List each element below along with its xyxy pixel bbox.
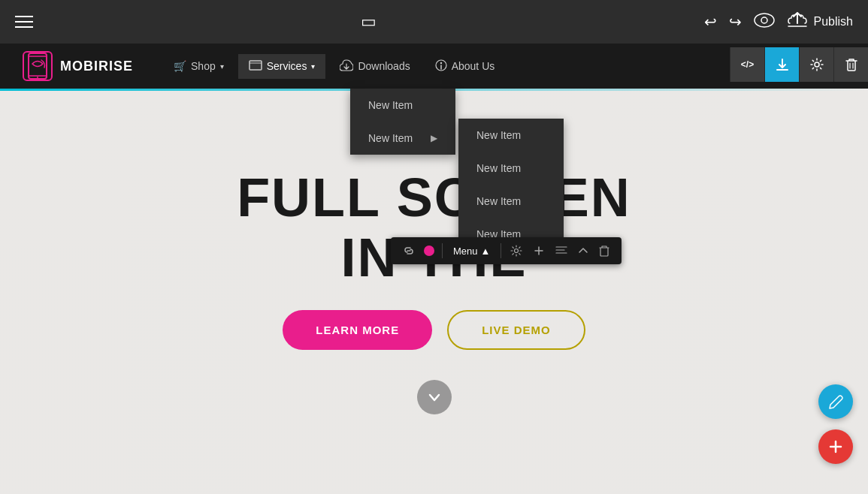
sub-item-3[interactable]: New Item	[458, 185, 564, 218]
toolbar-left	[15, 16, 33, 28]
ft-divider-1	[442, 243, 443, 258]
services-icon	[249, 60, 262, 73]
floating-toolbar: Menu ▲	[391, 237, 622, 264]
ft-add-button[interactable]	[528, 242, 549, 260]
settings-icon-btn[interactable]	[799, 47, 833, 82]
ft-settings-button[interactable]	[506, 242, 527, 260]
svg-rect-6	[250, 61, 262, 70]
submenu-arrow-icon: ▶	[431, 133, 437, 143]
brand-logo	[23, 51, 53, 81]
menu-icon[interactable]	[15, 16, 33, 28]
toolbar-center: ▭	[361, 12, 377, 32]
sub-item-1[interactable]: New Item	[458, 119, 564, 152]
fab-edit-button[interactable]	[818, 384, 853, 419]
nav-about-label: About Us	[452, 60, 495, 72]
services-subdropdown: New Item New Item New Item New Item	[458, 119, 564, 251]
sub-item-1-label: New Item	[476, 129, 521, 141]
svg-point-1	[761, 17, 767, 23]
undo-button[interactable]: ↩	[704, 13, 717, 31]
eye-icon	[754, 13, 775, 32]
nav-item-about[interactable]: About Us	[425, 53, 506, 80]
shop-icon: 🛒	[174, 60, 186, 72]
publish-button[interactable]: Publish	[787, 11, 853, 33]
svg-point-11	[815, 62, 819, 67]
live-demo-button[interactable]: LIVE DEMO	[447, 310, 585, 350]
nav-item-services[interactable]: Services ▾	[238, 54, 326, 79]
nav-item-downloads[interactable]: Downloads	[329, 53, 420, 80]
nav-downloads-label: Downloads	[358, 60, 410, 72]
phone-preview-icon[interactable]: ▭	[361, 12, 377, 32]
download-icon-btn[interactable]	[764, 47, 799, 82]
ft-menu-selector[interactable]: Menu ▲	[447, 242, 496, 260]
ft-color-dot[interactable]	[424, 245, 434, 256]
downloads-icon	[340, 59, 353, 74]
dropdown-item-1-label: New Item	[368, 99, 413, 111]
trash-icon-btn[interactable]	[833, 47, 868, 82]
shop-chevron-icon: ▾	[220, 62, 224, 71]
ft-text-align-button[interactable]	[551, 242, 572, 259]
nav-items: 🛒 Shop ▾ Services ▾ Downloads	[163, 53, 731, 80]
panel-icons: </>	[730, 47, 868, 82]
redo-button[interactable]: ↪	[729, 13, 742, 31]
services-dropdown: New Item New Item ▶	[350, 89, 455, 155]
svg-point-5	[37, 77, 38, 78]
services-chevron-icon: ▾	[311, 62, 315, 71]
nav-item-shop[interactable]: 🛒 Shop ▾	[163, 54, 234, 78]
about-icon	[435, 59, 447, 74]
brand-name: MOBIRISE	[60, 59, 133, 74]
ft-menu-label-text: Menu	[453, 245, 478, 257]
fab-add-button[interactable]	[818, 429, 853, 464]
toolbar-right: ↩ ↪ Publish	[704, 11, 853, 33]
scroll-down-button[interactable]	[417, 380, 452, 414]
sub-item-2[interactable]: New Item	[458, 152, 564, 185]
brand: MOBIRISE	[23, 51, 133, 81]
ft-delete-button[interactable]	[594, 242, 614, 260]
svg-point-0	[755, 14, 774, 27]
nav-services-label: Services	[267, 60, 307, 72]
sub-item-2-label: New Item	[476, 162, 521, 174]
svg-point-9	[440, 62, 441, 63]
top-toolbar: ▭ ↩ ↪ Publi	[0, 0, 868, 44]
preview-button[interactable]	[754, 13, 775, 32]
undo-icon: ↩	[704, 13, 717, 31]
nav-shop-label: Shop	[191, 60, 216, 72]
ft-menu-chevron-icon: ▲	[481, 245, 491, 257]
ft-divider-2	[501, 243, 501, 258]
redo-icon: ↪	[729, 13, 742, 31]
cloud-upload-icon	[787, 11, 808, 33]
publish-label: Publish	[814, 15, 853, 29]
code-icon-btn[interactable]: </>	[730, 47, 764, 82]
sub-item-3-label: New Item	[476, 195, 521, 207]
ft-up-button[interactable]	[573, 242, 593, 259]
learn-more-button[interactable]: LEARN MORE	[283, 310, 432, 350]
dropdown-item-2[interactable]: New Item ▶	[350, 122, 455, 155]
dropdown-item-2-label: New Item	[368, 132, 413, 144]
ft-link-button[interactable]	[398, 242, 419, 260]
hero-buttons: LEARN MORE LIVE DEMO	[283, 310, 585, 350]
hero-title: FULL SCREENIN THE	[237, 168, 631, 287]
svg-point-15	[515, 249, 519, 253]
dropdown-item-1[interactable]: New Item	[350, 89, 455, 122]
